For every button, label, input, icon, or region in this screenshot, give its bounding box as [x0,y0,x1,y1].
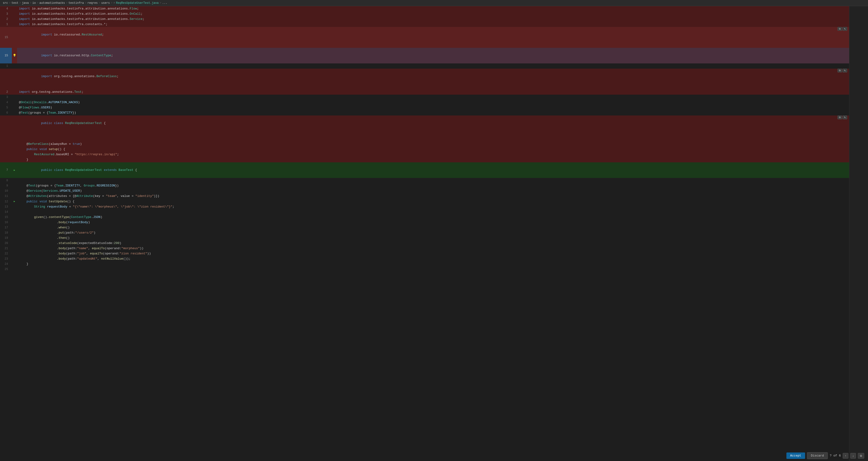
code-line: @Attributes(attributes = {@Attribute(key… [17,194,849,199]
code-line: public void testUpdate() { [17,199,849,204]
discard-button[interactable]: Discard [807,452,828,459]
table-row: 21 .body(path:"name", equalTo(operand:"m… [0,246,849,251]
breadcrumb-icon: ⚡ [113,1,115,5]
nav-up-button[interactable]: ↑ [843,453,848,459]
code-line: public class ReqResUpdateUserTest extend… [17,162,849,178]
sep1: > [9,1,11,5]
run-icon2[interactable]: ▶ [14,200,15,203]
breadcrumb-more: ... [162,1,167,5]
code-container[interactable]: 4 import io.automationhacks.testinfra.at… [0,6,849,461]
edit-action-btn3[interactable]: ✎ [842,115,847,119]
lightbulb-icon[interactable]: 💡 [13,54,16,57]
code-line: import io.restassured.http.ContentType; [17,48,849,63]
code-line: public void setup() { [17,147,849,152]
table-row: 2 import io.automationhacks.testinfra.at… [0,17,849,22]
minimap [849,6,868,461]
code-line: .statusCode(expectedStatusCode:200) [17,241,849,246]
line-number: 3 [0,95,12,100]
code-line: .body(path:"updatedAt", notNullValue()); [17,256,849,261]
line-number: 19 [0,235,12,241]
breadcrumb-automationhacks[interactable]: automationhacks [39,1,65,5]
code-line: } [17,157,849,162]
table-row: 11 @Attributes(attributes = {@Attribute(… [0,194,849,199]
copy-action-btn3[interactable]: ⧉ [837,115,842,119]
code-line: .put(path:"/users/2") [17,230,849,235]
line-number: 15 [0,27,12,48]
code-line [17,136,849,142]
breadcrumb-io[interactable]: io [32,1,36,5]
code-line: @Test(groups = {Team.IDENTITY}) [17,110,849,115]
inline-action-group3: ⧉ ✎ [837,115,847,119]
code-line: import io.automationhacks.testinfra.attr… [17,17,849,22]
table-row: 23 .body(path:"updatedAt", notNullValue(… [0,256,849,261]
code-line [17,63,849,69]
code-line: public class ReqResUpdateUserTest { ⧉ ✎ [17,115,849,136]
code-line [17,95,849,100]
table-row: 25 [0,267,849,272]
table-row: 18 .put(path:"/users/2") [0,230,849,235]
code-line [17,267,849,272]
table-row: public class ReqResUpdateUserTest { ⧉ ✎ [0,115,849,136]
table-row: @BeforeClass(alwaysRun = true) [0,142,849,147]
table-row: 8 [0,178,849,183]
line-number: 21 [0,246,12,251]
accept-button[interactable]: Accept [786,453,805,459]
table-row: 12 ▶ public void testUpdate() { [0,199,849,204]
expand-button[interactable]: ⧉ [858,453,864,459]
edit-action-btn2[interactable]: ✎ [842,69,847,73]
table-row: 7 ▶ public class ReqResUpdateUserTest ex… [0,162,849,178]
table-row: 17 .when() [0,225,849,230]
inline-action-group: ⧉ ✎ [837,27,847,31]
line-number: 5 [0,105,12,110]
table-row: 15 import io.restassured.RestAssured; ⧉ … [0,27,849,48]
code-line: given().contentType(ContentType.JSON) [17,214,849,220]
line-number: 12 [0,199,12,204]
code-line: .then() [17,235,849,241]
gutter [12,6,17,11]
line-number: 23 [0,256,12,261]
table-row: 6 @Test(groups = {Team.IDENTITY}) [0,110,849,115]
line-number: 4 [0,6,12,11]
code-line: @OnCall(Oncalls.AUTOMATION_HACKS) [17,100,849,105]
gutter2: ▶ [12,199,17,204]
breadcrumb-java[interactable]: java [22,1,29,5]
table-row: 3 [0,95,849,100]
line-number: 25 [0,267,12,272]
code-line: } [17,261,849,267]
breadcrumb-filename[interactable]: ReqResUpdateUserTest.java [116,1,159,5]
line-number: 3 [0,11,12,17]
copy-action-btn2[interactable]: ⧉ [837,69,842,73]
nav-down-button[interactable]: ↓ [850,453,856,459]
line-number: 11 [0,194,12,199]
code-line: import io.automationhacks.testinfra.attr… [17,11,849,17]
breadcrumb-testinfra[interactable]: testinfra [69,1,84,5]
line-number: 1 [0,22,12,27]
table-row: 19 .then() [0,235,849,241]
table-row: 9 @Test(groups = {Team.IDENTITY, Groups.… [0,183,849,189]
table-row: 10 @Service(Services.UPDATE_USER) [0,189,849,194]
code-line: @Service(Services.UPDATE_USER) [17,189,849,194]
line-number: 24 [0,261,12,267]
copy-action-btn[interactable]: ⧉ [837,27,842,31]
code-table: 4 import io.automationhacks.testinfra.at… [0,6,849,272]
line-number [0,69,12,89]
line-number: 22 [0,251,12,256]
table-row [0,136,849,142]
run-icon[interactable]: ▶ [14,169,15,172]
table-row: public void setup() { [0,147,849,152]
line-number: 6 [0,110,12,115]
breadcrumb-src[interactable]: src [3,1,8,5]
line-number: 15 [0,48,12,63]
code-line: .when() [17,225,849,230]
table-row: import org.testng.annotations.BeforeClas… [0,69,849,89]
table-row: } [0,157,849,162]
breadcrumb-users[interactable]: users [101,1,110,5]
table-row: 16 .body(requestBody) [0,220,849,225]
editor-area: 4 import io.automationhacks.testinfra.at… [0,6,868,461]
table-row: 20 .statusCode(expectedStatusCode:200) [0,241,849,246]
breadcrumb-test[interactable]: test [11,1,19,5]
edit-action-btn[interactable]: ✎ [842,27,847,31]
code-line: .body(path:"job", equalTo(operand:"zion … [17,251,849,256]
gutter: 💡 [12,48,17,63]
breadcrumb-reqres[interactable]: reqres [88,1,98,5]
